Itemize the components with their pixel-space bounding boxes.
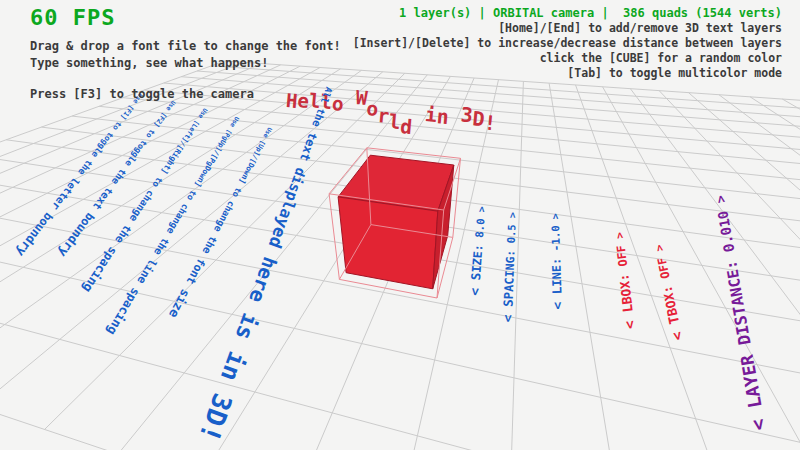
hint-type-something: Type something, see what happens! bbox=[30, 55, 341, 72]
hint-multicolor-mode: [Tab] to toggle multicolor mode bbox=[353, 66, 782, 81]
fps-counter: 60 FPS bbox=[30, 6, 341, 30]
hint-cube-random-color: click the [CUBE] for a random color bbox=[353, 51, 782, 66]
hint-add-remove-layers: [Home]/[End] to add/remove 3D text layer… bbox=[353, 21, 782, 36]
hint-layer-distance-keys: [Insert]/[Delete] to increase/decrease d… bbox=[353, 36, 782, 51]
hud-right: 1 layer(s) | ORBITAL camera | 386 quads … bbox=[353, 6, 782, 81]
status-bar: 1 layer(s) | ORBITAL camera | 386 quads … bbox=[353, 6, 782, 21]
hint-drag-drop-font: Drag & drop a font file to change the fo… bbox=[30, 38, 341, 55]
hud-left: 60 FPS Drag & drop a font file to change… bbox=[30, 6, 341, 103]
cube[interactable] bbox=[329, 148, 460, 298]
hint-toggle-camera: Press [F3] to toggle the camera bbox=[30, 86, 341, 103]
cube-face[interactable] bbox=[338, 197, 438, 289]
